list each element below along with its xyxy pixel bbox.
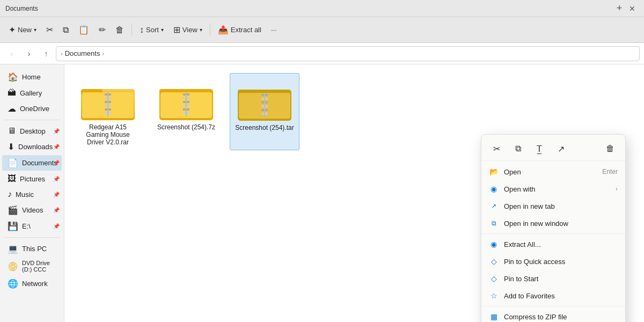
ctx-open[interactable]: 📂 Open Enter bbox=[481, 163, 625, 180]
file-icon-rar bbox=[81, 77, 135, 120]
music-icon: ♪ bbox=[8, 189, 12, 199]
paste-icon: 📋 bbox=[78, 25, 89, 35]
svg-rect-21 bbox=[186, 92, 187, 117]
ctx-pin-start[interactable]: ◇ Pin to Start bbox=[481, 270, 625, 287]
up-button[interactable]: ↑ bbox=[39, 46, 54, 61]
forward-button[interactable]: › bbox=[21, 46, 36, 61]
extract-all-button[interactable]: 📤 Extract all bbox=[214, 22, 266, 38]
sidebar-separator-1 bbox=[4, 120, 60, 120]
sidebar-item-thispc[interactable]: 💻 This PC bbox=[2, 241, 62, 257]
cut-icon: ✂ bbox=[46, 25, 53, 35]
sidebar-item-network[interactable]: 🌐 Network bbox=[2, 276, 62, 291]
sidebar: 🏠 Home 🏔 Gallery ☁ OneDrive 🖥 Desktop 📌 … bbox=[0, 64, 64, 322]
extract-icon: 📤 bbox=[218, 25, 229, 35]
edrive-pin-icon: 📌 bbox=[53, 223, 60, 229]
edrive-icon: 💾 bbox=[8, 221, 18, 231]
sidebar-pictures-label: Pictures bbox=[20, 175, 45, 183]
view-button[interactable]: ⊞ View ▾ bbox=[169, 22, 207, 38]
ctx-open-shortcut: Enter bbox=[602, 168, 618, 175]
sidebar-item-dvd[interactable]: 📀 DVD Drive (D:) CCC bbox=[2, 257, 62, 275]
ctx-newwin-label: Open in new window bbox=[504, 219, 618, 228]
thispc-icon: 💻 bbox=[8, 244, 18, 254]
svg-rect-31 bbox=[264, 93, 265, 118]
new-icon: ✦ bbox=[9, 25, 16, 35]
sort-chevron: ▾ bbox=[161, 27, 164, 33]
sidebar-item-edrive[interactable]: 💾 E:\ 📌 bbox=[2, 218, 62, 234]
ctx-openwith-icon: ◉ bbox=[489, 184, 499, 194]
sidebar-item-pictures[interactable]: 🖼 Pictures 📌 bbox=[2, 171, 62, 186]
title-bar: Documents + ✕ bbox=[0, 0, 644, 17]
ctx-cut-button[interactable]: ✂ bbox=[488, 140, 505, 157]
file-item-rar[interactable]: Redgear A15 Gaming Mouse Driver V2.0.rar bbox=[73, 73, 143, 150]
sort-button[interactable]: ↕ Sort ▾ bbox=[135, 23, 168, 38]
ctx-share-button[interactable]: ↗ bbox=[552, 140, 569, 157]
copy-button[interactable]: ⧉ bbox=[58, 23, 73, 38]
desktop-pin-icon: 📌 bbox=[53, 128, 60, 134]
ctx-open-with[interactable]: ◉ Open with › bbox=[481, 180, 625, 197]
onedrive-icon: ☁ bbox=[8, 104, 16, 114]
ctx-compress-zip[interactable]: ▦ Compress to ZIP file bbox=[481, 308, 625, 322]
new-chevron: ▾ bbox=[34, 27, 36, 33]
ctx-toolbar: ✂ ⧉ T̲ ↗ 🗑 bbox=[481, 137, 625, 161]
ctx-open-new-tab[interactable]: ↗ Open in new tab bbox=[481, 197, 625, 215]
sidebar-item-onedrive[interactable]: ☁ OneDrive bbox=[2, 101, 62, 116]
breadcrumb[interactable]: › Documents › bbox=[56, 46, 640, 61]
copy-icon: ⧉ bbox=[63, 25, 69, 35]
sidebar-item-documents[interactable]: 📄 Documents 📌 bbox=[2, 155, 62, 171]
ctx-newtab-icon: ↗ bbox=[489, 201, 499, 211]
sidebar-downloads-label: Downloads bbox=[18, 143, 53, 151]
back-button[interactable]: ‹ bbox=[4, 46, 19, 61]
delete-button[interactable]: 🗑 bbox=[111, 23, 128, 38]
file-item-7z[interactable]: Screenshot (254).7z bbox=[151, 73, 221, 150]
ctx-pinstart-label: Pin to Start bbox=[504, 275, 618, 283]
ctx-newwin-icon: ⧉ bbox=[489, 218, 499, 228]
videos-pin-icon: 📌 bbox=[53, 207, 60, 213]
sidebar-home-label: Home bbox=[22, 73, 41, 81]
sidebar-item-music[interactable]: ♪ Music 📌 bbox=[2, 187, 62, 202]
ctx-openwith-label: Open with bbox=[504, 185, 610, 193]
rename-button[interactable]: ✏ bbox=[94, 22, 110, 38]
ctx-pin-quick[interactable]: ◇ Pin to Quick access bbox=[481, 253, 625, 270]
ctx-delete-button[interactable]: 🗑 bbox=[602, 140, 619, 157]
toolbar-separator-2 bbox=[210, 24, 210, 36]
downloads-icon: ⬇ bbox=[8, 142, 14, 152]
more-button[interactable]: ··· bbox=[267, 23, 281, 36]
pictures-pin-icon: 📌 bbox=[53, 176, 60, 182]
desktop-icon: 🖥 bbox=[8, 126, 16, 136]
ctx-favorites[interactable]: ☆ Add to Favorites bbox=[481, 287, 625, 304]
sidebar-edrive-label: E:\ bbox=[22, 222, 31, 230]
file-icon-7z bbox=[159, 77, 213, 120]
view-chevron: ▾ bbox=[200, 27, 202, 33]
breadcrumb-documents[interactable]: Documents bbox=[65, 49, 100, 57]
view-icon: ⊞ bbox=[173, 25, 180, 35]
sidebar-item-home[interactable]: 🏠 Home bbox=[2, 69, 62, 85]
sidebar-item-videos[interactable]: 🎬 Videos 📌 bbox=[2, 202, 62, 218]
sidebar-item-gallery[interactable]: 🏔 Gallery bbox=[2, 85, 62, 100]
sort-icon: ↕ bbox=[140, 25, 144, 35]
ctx-divider-2 bbox=[481, 306, 625, 306]
sidebar-item-desktop[interactable]: 🖥 Desktop 📌 bbox=[2, 123, 62, 138]
ctx-fav-icon: ☆ bbox=[489, 291, 499, 301]
rename-icon: ✏ bbox=[99, 25, 106, 35]
close-button[interactable]: ✕ bbox=[626, 2, 639, 15]
paste-button[interactable]: 📋 bbox=[74, 22, 93, 38]
ctx-copy-button[interactable]: ⧉ bbox=[509, 140, 526, 157]
ctx-rename-button[interactable]: T̲ bbox=[531, 140, 548, 157]
network-icon: 🌐 bbox=[8, 279, 18, 289]
new-button[interactable]: ✦ New ▾ bbox=[4, 22, 41, 38]
cut-button[interactable]: ✂ bbox=[42, 22, 57, 38]
ctx-zip-label: Compress to ZIP file bbox=[504, 313, 618, 321]
gallery-icon: 🏔 bbox=[8, 88, 16, 98]
svg-rect-11 bbox=[107, 92, 108, 117]
file-area[interactable]: Redgear A15 Gaming Mouse Driver V2.0.rar… bbox=[64, 64, 644, 322]
file-item-tar[interactable]: Screenshot (254).tar bbox=[230, 73, 299, 150]
sidebar-item-downloads[interactable]: ⬇ Downloads 📌 bbox=[2, 139, 62, 155]
sidebar-onedrive-label: OneDrive bbox=[20, 105, 49, 113]
file-icon-tar bbox=[238, 78, 291, 121]
ctx-open-icon: 📂 bbox=[489, 167, 499, 177]
ctx-open-new-window[interactable]: ⧉ Open in new window bbox=[481, 215, 625, 232]
ctx-zip-icon: ▦ bbox=[489, 312, 499, 321]
ctx-extract-all[interactable]: ◉ Extract All... bbox=[481, 236, 625, 253]
sidebar-network-label: Network bbox=[22, 280, 48, 288]
new-tab-button[interactable]: + bbox=[613, 2, 626, 15]
